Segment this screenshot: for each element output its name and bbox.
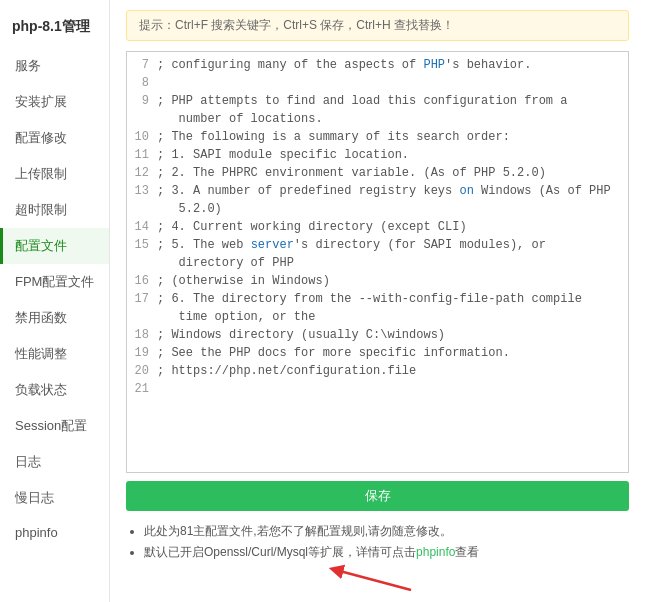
sidebar-title: php-8.1管理 [0,10,109,48]
code-line: 20 ; https://php.net/configuration.file [127,362,628,380]
line-content: ; configuring many of the aspects of PHP… [157,56,628,74]
line-number: 14 [127,218,157,236]
sidebar-item-load-status[interactable]: 负载状态 [0,372,109,408]
code-line: 19 ; See the PHP docs for more specific … [127,344,628,362]
line-content: ; Windows directory (usually C:\windows) [157,326,628,344]
sidebar: php-8.1管理 服务 安装扩展 配置修改 上传限制 超时限制 配置文件 FP… [0,0,110,602]
code-area[interactable]: 7 ; configuring many of the aspects of P… [127,52,628,472]
hint-bar: 提示：Ctrl+F 搜索关键字，Ctrl+S 保存，Ctrl+H 查找替换！ [126,10,629,41]
line-number: 19 [127,344,157,362]
code-line: 12 ; 2. The PHPRC environment variable. … [127,164,628,182]
line-content: ; 1. SAPI module specific location. [157,146,628,164]
line-content: ; 2. The PHPRC environment variable. (As… [157,164,628,182]
arrow-wrapper [126,566,629,592]
line-number: 13 [127,182,157,200]
sidebar-item-fpm-config[interactable]: FPM配置文件 [0,264,109,300]
sidebar-item-service[interactable]: 服务 [0,48,109,84]
sidebar-item-timeout[interactable]: 超时限制 [0,192,109,228]
svg-line-1 [336,570,411,590]
code-editor[interactable]: 7 ; configuring many of the aspects of P… [126,51,629,473]
line-number: 18 [127,326,157,344]
main-content: 提示：Ctrl+F 搜索关键字，Ctrl+S 保存，Ctrl+H 查找替换！ 7… [110,0,645,602]
line-number: 10 [127,128,157,146]
line-number: 20 [127,362,157,380]
code-line: 9 ; PHP attempts to find and load this c… [127,92,628,128]
sidebar-item-disabled-funcs[interactable]: 禁用函数 [0,300,109,336]
line-content: ; PHP attempts to find and load this con… [157,92,628,128]
line-number: 9 [127,92,157,110]
code-line: 17 ; 6. The directory from the --with-co… [127,290,628,326]
line-number: 17 [127,290,157,308]
sidebar-item-install-ext[interactable]: 安装扩展 [0,84,109,120]
sidebar-item-phpinfo[interactable]: phpinfo [0,516,109,549]
line-content: ; 5. The web server's directory (for SAP… [157,236,628,272]
code-line: 7 ; configuring many of the aspects of P… [127,56,628,74]
line-content: ; (otherwise in Windows) [157,272,628,290]
line-content: ; See the PHP docs for more specific inf… [157,344,628,362]
code-line: 10 ; The following is a summary of its s… [127,128,628,146]
code-line: 16 ; (otherwise in Windows) [127,272,628,290]
line-number: 15 [127,236,157,254]
code-line: 13 ; 3. A number of predefined registry … [127,182,628,218]
sidebar-item-performance[interactable]: 性能调整 [0,336,109,372]
line-content: ; 4. Current working directory (except C… [157,218,628,236]
note-item-2: 默认已开启Openssl/Curl/Mysql等扩展，详情可点击phpinfo查… [144,542,629,564]
line-number: 12 [127,164,157,182]
line-number: 8 [127,74,157,92]
line-content: ; The following is a summary of its sear… [157,128,628,146]
red-arrow-icon [326,562,416,592]
sidebar-item-log[interactable]: 日志 [0,444,109,480]
line-number: 11 [127,146,157,164]
line-content: ; 6. The directory from the --with-confi… [157,290,628,326]
notes-list: 此处为81主配置文件,若您不了解配置规则,请勿随意修改。 默认已开启Openss… [126,521,629,564]
code-line: 18 ; Windows directory (usually C:\windo… [127,326,628,344]
line-number: 7 [127,56,157,74]
code-line: 15 ; 5. The web server's directory (for … [127,236,628,272]
code-line: 8 [127,74,628,92]
sidebar-item-upload-limit[interactable]: 上传限制 [0,156,109,192]
note-item-1: 此处为81主配置文件,若您不了解配置规则,请勿随意修改。 [144,521,629,543]
line-content: ; https://php.net/configuration.file [157,362,628,380]
code-line: 14 ; 4. Current working directory (excep… [127,218,628,236]
sidebar-item-config-modify[interactable]: 配置修改 [0,120,109,156]
code-line: 21 [127,380,628,398]
code-line: 11 ; 1. SAPI module specific location. [127,146,628,164]
sidebar-item-slow-log[interactable]: 慢日志 [0,480,109,516]
sidebar-item-session[interactable]: Session配置 [0,408,109,444]
line-content: ; 3. A number of predefined registry key… [157,182,628,218]
phpinfo-link[interactable]: phpinfo [416,545,455,559]
save-button[interactable]: 保存 [126,481,629,511]
line-number: 16 [127,272,157,290]
line-number: 21 [127,380,157,398]
sidebar-item-config-file[interactable]: 配置文件 [0,228,109,264]
